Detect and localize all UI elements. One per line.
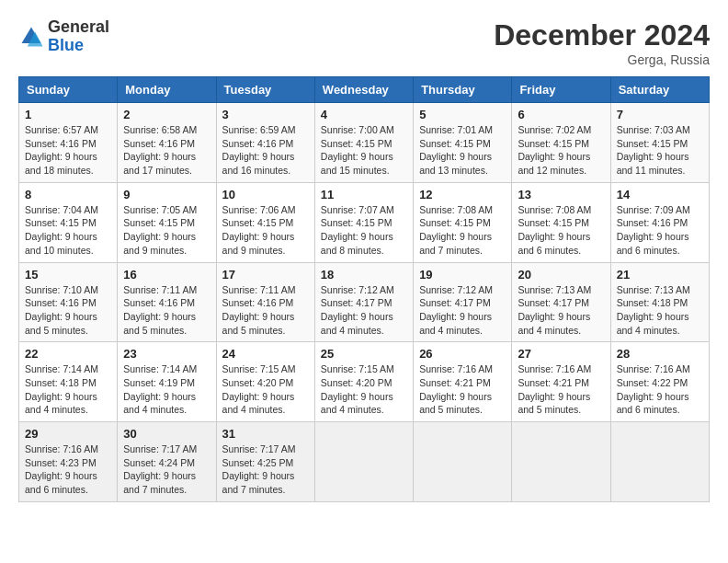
day-info: Sunrise: 6:57 AMSunset: 4:16 PMDaylight:… [25,123,111,178]
day-info: Sunrise: 7:17 AMSunset: 4:25 PMDaylight:… [222,442,309,497]
day-number: 18 [321,268,407,282]
day-info: Sunrise: 7:13 AMSunset: 4:18 PMDaylight:… [617,283,703,338]
day-number: 27 [518,347,604,361]
page-header: General Blue December 2024 Gerga, Russia [18,18,710,67]
day-number: 11 [321,188,407,201]
day-info: Sunrise: 7:12 AMSunset: 4:17 PMDaylight:… [321,283,407,338]
day-info: Sunrise: 7:01 AMSunset: 4:15 PMDaylight:… [419,123,506,178]
day-number: 22 [25,347,111,361]
day-info: Sunrise: 6:58 AMSunset: 4:16 PMDaylight:… [123,123,210,178]
day-info: Sunrise: 7:11 AMSunset: 4:16 PMDaylight:… [123,283,210,338]
day-info: Sunrise: 7:15 AMSunset: 4:20 PMDaylight:… [222,362,309,417]
day-info: Sunrise: 7:16 AMSunset: 4:21 PMDaylight:… [419,362,506,417]
day-cell [414,422,512,502]
day-cell: 14Sunrise: 7:09 AMSunset: 4:16 PMDayligh… [610,182,709,262]
day-info: Sunrise: 7:07 AMSunset: 4:15 PMDaylight:… [321,203,407,258]
day-number: 28 [617,347,703,361]
day-info: Sunrise: 7:16 AMSunset: 4:23 PMDaylight:… [25,442,111,497]
day-cell: 24Sunrise: 7:15 AMSunset: 4:20 PMDayligh… [216,342,314,422]
day-number: 30 [123,427,210,441]
day-cell: 23Sunrise: 7:14 AMSunset: 4:19 PMDayligh… [118,342,216,422]
day-info: Sunrise: 7:04 AMSunset: 4:15 PMDaylight:… [25,203,111,258]
day-info: Sunrise: 7:09 AMSunset: 4:16 PMDaylight:… [617,203,703,258]
day-cell: 4Sunrise: 7:00 AMSunset: 4:15 PMDaylight… [314,103,413,183]
day-info: Sunrise: 7:03 AMSunset: 4:15 PMDaylight:… [617,123,703,178]
day-number: 4 [321,108,407,121]
calendar-header: SundayMondayTuesdayWednesdayThursdayFrid… [19,77,710,103]
day-number: 29 [25,427,111,441]
day-cell: 29Sunrise: 7:16 AMSunset: 4:23 PMDayligh… [19,422,118,502]
day-number: 23 [123,347,210,361]
weekday-header-wednesday: Wednesday [314,77,413,103]
day-cell: 11Sunrise: 7:07 AMSunset: 4:15 PMDayligh… [314,182,413,262]
day-number: 20 [518,268,604,282]
day-cell: 22Sunrise: 7:14 AMSunset: 4:18 PMDayligh… [19,342,118,422]
day-cell: 13Sunrise: 7:08 AMSunset: 4:15 PMDayligh… [512,182,610,262]
weekday-row: SundayMondayTuesdayWednesdayThursdayFrid… [19,77,710,103]
weekday-header-saturday: Saturday [610,77,709,103]
day-number: 8 [25,188,111,201]
title-area: December 2024 Gerga, Russia [494,18,710,67]
day-info: Sunrise: 6:59 AMSunset: 4:16 PMDaylight:… [222,123,309,178]
day-cell [512,422,610,502]
day-cell: 7Sunrise: 7:03 AMSunset: 4:15 PMDaylight… [610,103,709,183]
day-cell: 17Sunrise: 7:11 AMSunset: 4:16 PMDayligh… [216,262,314,342]
day-number: 26 [419,347,506,361]
day-number: 6 [518,108,604,121]
day-number: 14 [617,188,703,201]
day-info: Sunrise: 7:15 AMSunset: 4:20 PMDaylight:… [321,362,407,417]
day-cell: 5Sunrise: 7:01 AMSunset: 4:15 PMDaylight… [414,103,512,183]
day-info: Sunrise: 7:12 AMSunset: 4:17 PMDaylight:… [419,283,506,338]
day-cell: 2Sunrise: 6:58 AMSunset: 4:16 PMDaylight… [118,103,216,183]
day-number: 24 [222,347,309,361]
location: Gerga, Russia [494,52,710,67]
day-cell: 16Sunrise: 7:11 AMSunset: 4:16 PMDayligh… [118,262,216,342]
day-info: Sunrise: 7:08 AMSunset: 4:15 PMDaylight:… [419,203,506,258]
day-info: Sunrise: 7:10 AMSunset: 4:16 PMDaylight:… [25,283,111,338]
day-cell: 1Sunrise: 6:57 AMSunset: 4:16 PMDaylight… [19,103,118,183]
day-cell: 15Sunrise: 7:10 AMSunset: 4:16 PMDayligh… [19,262,118,342]
day-number: 21 [617,268,703,282]
day-cell: 8Sunrise: 7:04 AMSunset: 4:15 PMDaylight… [19,182,118,262]
day-cell: 12Sunrise: 7:08 AMSunset: 4:15 PMDayligh… [414,182,512,262]
weekday-header-friday: Friday [512,77,610,103]
day-cell: 28Sunrise: 7:16 AMSunset: 4:22 PMDayligh… [610,342,709,422]
day-cell: 30Sunrise: 7:17 AMSunset: 4:24 PMDayligh… [118,422,216,502]
logo: General Blue [18,18,109,55]
month-title: December 2024 [494,18,710,52]
week-row-1: 1Sunrise: 6:57 AMSunset: 4:16 PMDaylight… [19,103,710,183]
day-number: 2 [123,108,210,121]
day-cell: 20Sunrise: 7:13 AMSunset: 4:17 PMDayligh… [512,262,610,342]
day-cell [610,422,709,502]
weekday-header-tuesday: Tuesday [216,77,314,103]
day-cell: 19Sunrise: 7:12 AMSunset: 4:17 PMDayligh… [414,262,512,342]
week-row-4: 22Sunrise: 7:14 AMSunset: 4:18 PMDayligh… [19,342,710,422]
day-number: 19 [419,268,506,282]
calendar-table: SundayMondayTuesdayWednesdayThursdayFrid… [18,76,710,502]
day-cell: 9Sunrise: 7:05 AMSunset: 4:15 PMDaylight… [118,182,216,262]
day-info: Sunrise: 7:17 AMSunset: 4:24 PMDaylight:… [123,442,210,497]
day-number: 31 [222,427,309,441]
day-number: 1 [25,108,111,121]
day-cell: 25Sunrise: 7:15 AMSunset: 4:20 PMDayligh… [314,342,413,422]
day-info: Sunrise: 7:11 AMSunset: 4:16 PMDaylight:… [222,283,309,338]
day-number: 5 [419,108,506,121]
day-cell: 21Sunrise: 7:13 AMSunset: 4:18 PMDayligh… [610,262,709,342]
day-info: Sunrise: 7:14 AMSunset: 4:18 PMDaylight:… [25,362,111,417]
day-number: 10 [222,188,309,201]
day-info: Sunrise: 7:00 AMSunset: 4:15 PMDaylight:… [321,123,407,178]
logo-text: General Blue [48,18,109,55]
day-cell: 27Sunrise: 7:16 AMSunset: 4:21 PMDayligh… [512,342,610,422]
weekday-header-sunday: Sunday [19,77,118,103]
day-info: Sunrise: 7:06 AMSunset: 4:15 PMDaylight:… [222,203,309,258]
day-cell [314,422,413,502]
day-info: Sunrise: 7:13 AMSunset: 4:17 PMDaylight:… [518,283,604,338]
week-row-5: 29Sunrise: 7:16 AMSunset: 4:23 PMDayligh… [19,422,710,502]
weekday-header-thursday: Thursday [414,77,512,103]
day-info: Sunrise: 7:16 AMSunset: 4:22 PMDaylight:… [617,362,703,417]
logo-icon [18,24,44,50]
day-number: 3 [222,108,309,121]
weekday-header-monday: Monday [118,77,216,103]
day-cell: 26Sunrise: 7:16 AMSunset: 4:21 PMDayligh… [414,342,512,422]
day-number: 25 [321,347,407,361]
